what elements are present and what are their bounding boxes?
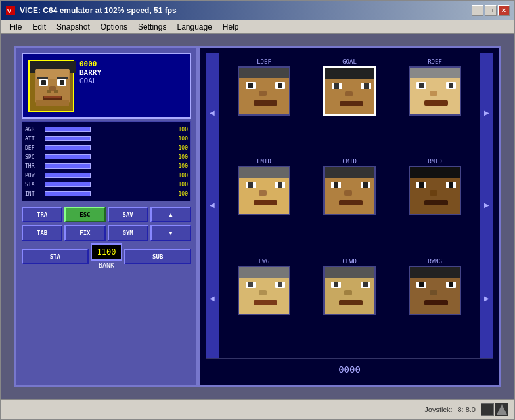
- player-score: 0000: [79, 60, 101, 68]
- player-name: BARRY: [79, 68, 101, 77]
- player-cell-rwng[interactable]: RWNG: [395, 258, 475, 352]
- player-face-goal: [323, 66, 376, 116]
- svg-rect-82: [410, 267, 461, 278]
- panel-deco-left: ◀ ◀ ◀: [206, 53, 219, 358]
- maximize-button[interactable]: □: [485, 5, 497, 16]
- sta-button[interactable]: STA: [22, 249, 89, 264]
- gym-button[interactable]: GYM: [108, 225, 148, 241]
- svg-rect-38: [449, 83, 453, 88]
- svg-rect-40: [424, 100, 448, 106]
- svg-rect-55: [344, 190, 352, 196]
- minimize-button[interactable]: –: [472, 5, 483, 16]
- panel-deco-right: ▶ ▶ ▶: [480, 53, 493, 358]
- svg-rect-32: [340, 101, 363, 106]
- player-cell-lwg[interactable]: LWG: [224, 258, 304, 352]
- menu-help[interactable]: Help: [217, 21, 244, 33]
- menu-language[interactable]: Language: [171, 21, 217, 33]
- menu-options[interactable]: Options: [95, 21, 133, 33]
- joystick-icon: [495, 403, 508, 416]
- stat-spc: SPC 100: [25, 152, 188, 161]
- svg-rect-8: [60, 80, 64, 85]
- player-label-cfwd: CFWD: [342, 258, 357, 264]
- player-cell-lmid[interactable]: LMID: [224, 158, 304, 253]
- stat-def: DEF 100: [25, 143, 188, 152]
- menu-file[interactable]: File: [4, 21, 27, 33]
- player-cell-cfwd[interactable]: CFWD: [309, 258, 390, 352]
- svg-rect-10: [57, 77, 68, 79]
- menu-snapshot[interactable]: Snapshot: [51, 21, 95, 33]
- grid-score-display: 0000: [206, 358, 493, 380]
- svg-rect-46: [278, 182, 282, 188]
- window-controls: – □ ✕: [472, 5, 510, 16]
- player-face-rdef: [409, 66, 461, 116]
- player-cell-cmid[interactable]: CMID: [309, 158, 390, 253]
- menu-settings[interactable]: Settings: [133, 21, 171, 33]
- up-arrow-button[interactable]: ▲: [150, 207, 191, 222]
- player-cell-rmid[interactable]: RMID: [395, 158, 475, 253]
- svg-text:V: V: [7, 8, 11, 14]
- deco-arrow-1: ◀: [210, 109, 215, 116]
- button-row-2: TAB FIX GYM ▼: [22, 225, 191, 241]
- player-face-rwng: [409, 266, 461, 315]
- fix-button[interactable]: FIX: [64, 225, 105, 241]
- menu-edit[interactable]: Edit: [27, 21, 51, 33]
- player-label-lmid: LMID: [257, 158, 271, 165]
- svg-rect-86: [449, 282, 453, 287]
- svg-rect-42: [239, 167, 290, 178]
- svg-rect-9: [37, 77, 48, 79]
- stat-bar-spc: [45, 154, 91, 159]
- svg-rect-72: [254, 300, 277, 305]
- sub-button[interactable]: SUB: [124, 249, 191, 264]
- tra-button[interactable]: TRA: [22, 207, 62, 222]
- svg-rect-45: [248, 182, 253, 188]
- player-cell-goal[interactable]: GOAL: [309, 58, 390, 153]
- svg-rect-64: [424, 200, 448, 205]
- svg-rect-69: [248, 282, 253, 287]
- player-cell-rdef[interactable]: RDEF: [395, 58, 475, 153]
- svg-rect-85: [419, 282, 424, 287]
- svg-rect-79: [344, 290, 352, 295]
- player-label-goal: GOAL: [342, 58, 357, 65]
- svg-rect-58: [410, 167, 461, 178]
- svg-rect-66: [239, 267, 290, 278]
- window-title: VICE: C64 emulator at 102% speed, 51 fps: [20, 6, 472, 15]
- stat-bar-sta: [45, 182, 91, 187]
- player-info-box: 0000 BARRY GOAL: [22, 53, 191, 119]
- player-label-rdef: RDEF: [428, 58, 442, 65]
- joystick-indicators: [481, 403, 508, 416]
- esc-button[interactable]: ESC: [64, 207, 105, 222]
- game-screen: 0000 BARRY GOAL AGR 100 ATT: [14, 46, 501, 387]
- svg-rect-24: [254, 100, 277, 106]
- stats-table: AGR 100 ATT 100 DEF 100: [22, 121, 191, 201]
- player-face-ldef: [238, 66, 290, 116]
- player-face-rmid: [409, 166, 461, 215]
- player-label-ldef: LDEF: [257, 58, 271, 65]
- svg-rect-29: [334, 83, 339, 89]
- svg-rect-53: [334, 182, 338, 188]
- svg-rect-12: [47, 90, 51, 93]
- svg-rect-54: [363, 182, 368, 188]
- svg-rect-80: [339, 300, 363, 305]
- sav-button[interactable]: SAV: [108, 207, 148, 222]
- stat-att: ATT 100: [25, 134, 188, 143]
- player-score-name: 0000 BARRY GOAL: [79, 60, 101, 85]
- stat-thr: THR 100: [25, 161, 188, 171]
- bank-display-wrapper: 1100 BANK: [91, 243, 123, 269]
- svg-rect-21: [248, 83, 253, 88]
- down-arrow-button[interactable]: ▼: [150, 225, 191, 241]
- svg-rect-56: [339, 200, 363, 205]
- player-label-cmid: CMID: [342, 158, 357, 165]
- player-cell-ldef[interactable]: LDEF: [224, 58, 304, 153]
- joystick-label: Joystick:: [424, 406, 452, 413]
- stat-bar-att: [45, 136, 91, 141]
- svg-rect-13: [54, 90, 58, 93]
- svg-rect-47: [259, 190, 267, 196]
- svg-rect-26: [325, 68, 376, 79]
- svg-rect-77: [334, 282, 338, 287]
- stat-agr: AGR 100: [25, 125, 188, 134]
- player-face-lmid: [238, 166, 290, 215]
- close-button[interactable]: ✕: [498, 5, 510, 16]
- tab-button[interactable]: TAB: [22, 225, 62, 241]
- button-row-1: TRA ESC SAV ▲: [22, 207, 191, 222]
- player-label-rwng: RWNG: [428, 258, 442, 264]
